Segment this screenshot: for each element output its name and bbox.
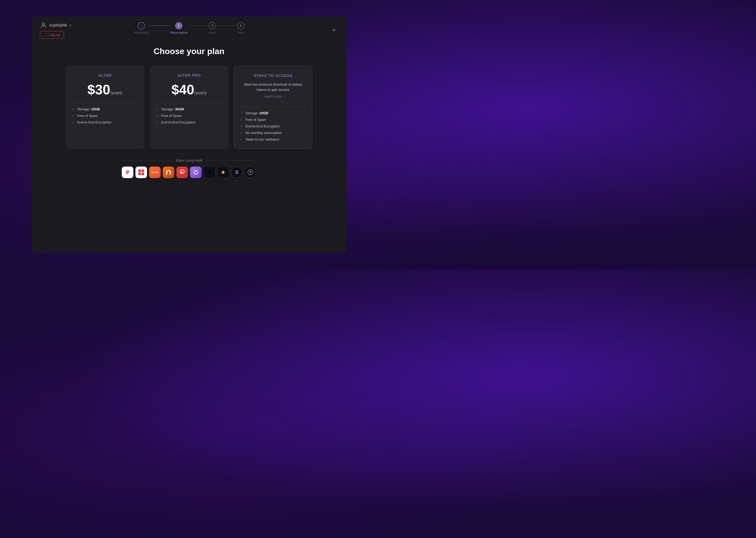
keplr-label: Stake using Keplr bbox=[176, 158, 202, 162]
svg-rect-1 bbox=[138, 169, 141, 172]
feature-pro-e2e: ✓ End-to-End Encryption bbox=[156, 120, 222, 124]
step-label-2: Subscription bbox=[170, 31, 188, 34]
stake-features: ✓ Storage: 10GB ✓ Free of Spam ✓ End-to-… bbox=[240, 111, 306, 141]
logout-label: Log out bbox=[49, 33, 60, 37]
keplr-icon-red-swirl[interactable] bbox=[176, 167, 188, 178]
feature-label: End-to-End Encryption bbox=[77, 120, 112, 124]
keplr-label-row: Stake using Keplr bbox=[123, 158, 255, 162]
check-icon: ✓ bbox=[156, 107, 159, 111]
keplr-icon-osmosis[interactable] bbox=[190, 167, 202, 178]
feature-alter-spam: ✓ Free of Spam bbox=[72, 114, 138, 118]
logout-icon: → bbox=[44, 33, 47, 37]
step-circle-4: 4 bbox=[237, 22, 244, 29]
plan-card-alter[interactable]: ALTER $30/yearly ✓ Storage: 10GB ✓ Free … bbox=[66, 66, 144, 149]
step-keys: 3 Keys bbox=[209, 22, 216, 34]
keplr-icon-circle-s[interactable]: S bbox=[231, 167, 243, 178]
price-amount-alter-pro: $40 bbox=[171, 82, 194, 97]
user-section: e2jd93jd9k ∧ → Log out bbox=[40, 22, 72, 39]
storage-bold-alter: 10GB bbox=[91, 107, 100, 111]
plan-features-alter-pro: ✓ Storage: 30GB ✓ Free of Spam ✓ End-to-… bbox=[156, 107, 222, 124]
feature-label: Free of Spam bbox=[161, 114, 182, 118]
stake-description: Meet the minimum threshold of staked tok… bbox=[240, 82, 306, 92]
stake-divider bbox=[240, 107, 306, 107]
stake-header: STAKE TO ACCESS Meet the minimum thresho… bbox=[240, 73, 306, 102]
step-line-2 bbox=[188, 26, 209, 26]
step-registration: 1 Registration bbox=[134, 22, 149, 34]
fbox-svg bbox=[138, 169, 145, 176]
user-info[interactable]: e2jd93jd9k ∧ bbox=[40, 22, 72, 29]
keplr-icon-fbox[interactable] bbox=[135, 167, 147, 178]
check-icon: ✓ bbox=[240, 125, 243, 128]
step-subscription: 2 Subscription bbox=[170, 22, 188, 34]
plan-card-stake[interactable]: STAKE TO ACCESS Meet the minimum thresho… bbox=[234, 66, 312, 149]
user-avatar-icon bbox=[40, 22, 47, 29]
plan-divider-alter bbox=[72, 103, 138, 103]
keplr-icon-star[interactable]: ★ bbox=[217, 167, 229, 178]
arrow-svg bbox=[247, 169, 254, 176]
feature-label: End-to-End Encryption bbox=[246, 124, 280, 128]
check-icon: ✓ bbox=[240, 118, 243, 122]
check-icon: ✓ bbox=[240, 138, 243, 141]
step-line-1 bbox=[149, 26, 170, 26]
feature-pro-storage: ✓ Storage: 30GB bbox=[156, 107, 222, 111]
stake-feature-storage: ✓ Storage: 10GB bbox=[240, 111, 306, 115]
stake-plan-name: STAKE TO ACCESS bbox=[240, 73, 306, 78]
keplr-icon-archway[interactable] bbox=[163, 167, 174, 178]
keplr-section: Stake using Keplr P bbox=[122, 158, 256, 178]
svg-rect-3 bbox=[138, 173, 141, 175]
svg-rect-2 bbox=[141, 169, 144, 172]
plan-card-alter-pro[interactable]: ALTER PRO $40/yearly ✓ Storage: 30GB ✓ F… bbox=[150, 66, 228, 149]
header: e2jd93jd9k ∧ → Log out 1 Registration 2 bbox=[31, 16, 347, 44]
keplr-icon-stride[interactable]: stride bbox=[149, 167, 161, 178]
feature-alter-e2e: ✓ End-to-End Encryption bbox=[72, 120, 138, 124]
svg-point-0 bbox=[42, 23, 45, 25]
storage-bold-pro: 30GB bbox=[175, 107, 184, 111]
logout-button[interactable]: → Log out bbox=[40, 31, 64, 39]
svg-rect-4 bbox=[141, 173, 144, 175]
stake-feature-spam: ✓ Free of Spam bbox=[240, 118, 306, 122]
plan-price-alter: $30/yearly bbox=[72, 82, 138, 97]
price-amount-alter: $30 bbox=[87, 82, 110, 97]
keplr-icon-sparkle[interactable]: ✦ bbox=[204, 167, 215, 178]
feature-label: End-to-End Encryption bbox=[161, 120, 196, 124]
plan-name-alter: ALTER bbox=[72, 73, 138, 78]
step-label-1: Registration bbox=[134, 31, 149, 34]
check-icon: ✓ bbox=[156, 121, 159, 124]
plan-divider-alter-pro bbox=[156, 103, 222, 103]
feature-pro-spam: ✓ Free of Spam bbox=[156, 114, 222, 118]
keplr-icon-p[interactable]: P bbox=[122, 167, 133, 178]
feature-label: Free of Spam bbox=[246, 118, 266, 122]
osmosis-svg bbox=[192, 169, 199, 176]
keplr-icon-circle-arrow[interactable] bbox=[245, 167, 256, 178]
check-icon: ✓ bbox=[72, 114, 74, 118]
stepper: 1 Registration 2 Subscription 3 Keys bbox=[134, 22, 244, 34]
learn-more-link[interactable]: Learn more bbox=[240, 94, 306, 98]
feature-label: Free of Spam bbox=[77, 114, 98, 118]
check-icon: ✓ bbox=[72, 107, 74, 111]
main-content: Choose your plan ALTER $30/yearly ✓ Stor… bbox=[31, 44, 347, 253]
check-icon: ✓ bbox=[156, 114, 159, 118]
step-label-4: Start bbox=[238, 31, 244, 34]
step-circle-3: 3 bbox=[209, 22, 216, 29]
step-start: 4 Start bbox=[237, 22, 244, 34]
stake-storage-bold: 10GB bbox=[260, 111, 268, 115]
feature-label: No monthly subscription bbox=[246, 131, 282, 135]
svg-point-6 bbox=[195, 170, 197, 172]
step-circle-1: 1 bbox=[138, 22, 145, 29]
feature-label: Stake to our validators bbox=[246, 137, 279, 141]
app-window: e2jd93jd9k ∧ → Log out 1 Registration 2 bbox=[31, 16, 347, 253]
theme-toggle-button[interactable]: ☀ bbox=[330, 26, 338, 34]
check-icon: ✓ bbox=[240, 131, 243, 135]
plan-features-alter: ✓ Storage: 10GB ✓ Free of Spam ✓ End-to-… bbox=[72, 107, 138, 124]
stake-feature-no-subscription: ✓ No monthly subscription bbox=[240, 131, 306, 135]
price-period-alter-pro: /yearly bbox=[194, 91, 207, 95]
svg-point-7 bbox=[197, 173, 198, 174]
plans-container: ALTER $30/yearly ✓ Storage: 10GB ✓ Free … bbox=[66, 66, 312, 149]
stake-feature-validators: ✓ Stake to our validators bbox=[240, 137, 306, 141]
keplr-line-left bbox=[123, 160, 172, 161]
keplr-line-right bbox=[206, 160, 255, 161]
feature-alter-storage: ✓ Storage: 10GB bbox=[72, 107, 138, 111]
keplr-icons-row: P stride bbox=[122, 167, 256, 178]
user-name-label: e2jd93jd9k bbox=[49, 23, 67, 27]
plan-price-alter-pro: $40/yearly bbox=[156, 82, 222, 97]
